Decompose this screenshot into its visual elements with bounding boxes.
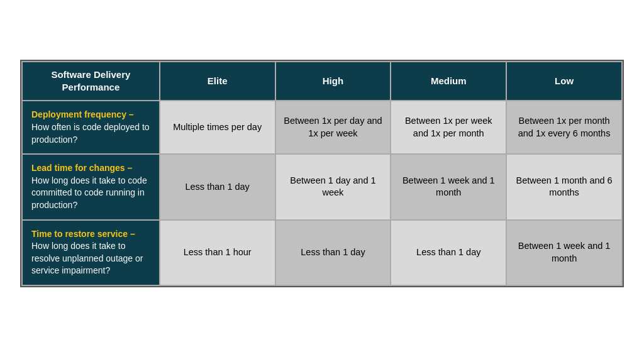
col-header-elite: Elite	[160, 62, 275, 101]
row-label-2: Time to restore service – How long does …	[22, 220, 160, 285]
cell-row2-high: Less than 1 day	[275, 220, 391, 285]
col-header-medium: Medium	[391, 62, 506, 101]
cell-row0-medium: Between 1x per week and 1x per month	[391, 101, 506, 154]
cell-row1-medium: Between 1 week and 1 month	[391, 154, 506, 219]
cell-row0-elite: Multiple times per day	[160, 101, 275, 154]
cell-row1-high: Between 1 day and 1 week	[275, 154, 391, 219]
cell-row1-elite: Less than 1 day	[160, 154, 275, 219]
cell-row0-low: Between 1x per month and 1x every 6 mont…	[506, 101, 622, 154]
row-highlight-2: Time to restore service –	[31, 229, 135, 239]
row-highlight-0: Deployment frequency –	[31, 109, 134, 119]
cell-row0-high: Between 1x per day and 1x per week	[275, 101, 391, 154]
cell-row1-low: Between 1 month and 6 months	[506, 154, 622, 219]
col-header-high: High	[275, 62, 391, 101]
row-highlight-1: Lead time for changes –	[31, 163, 132, 173]
col-header-low: Low	[506, 62, 622, 101]
cell-row2-medium: Less than 1 day	[391, 220, 506, 285]
performance-table: Software Delivery Performance Elite High…	[20, 60, 624, 287]
row-label-0: Deployment frequency – How often is code…	[22, 101, 160, 154]
col-header-label: Software Delivery Performance	[22, 62, 160, 101]
cell-row2-low: Between 1 week and 1 month	[506, 220, 622, 285]
cell-row2-elite: Less than 1 hour	[160, 220, 275, 285]
row-label-1: Lead time for changes – How long does it…	[22, 154, 160, 219]
